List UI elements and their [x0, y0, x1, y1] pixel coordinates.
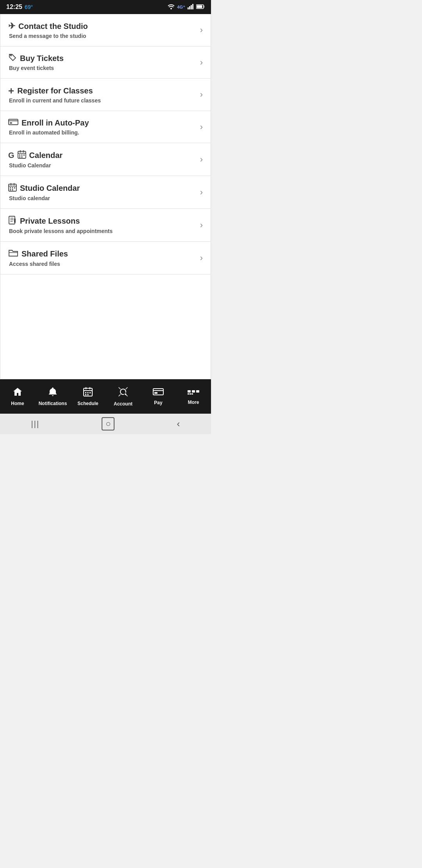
schedule-icon — [83, 387, 93, 399]
pay-icon — [153, 387, 164, 398]
svg-rect-8 — [10, 122, 12, 124]
chevron-right-icon: › — [200, 220, 203, 230]
menu-item-contact-studio[interactable]: ✈ Contact the Studio Send a message to t… — [0, 14, 211, 47]
nav-item-account[interactable]: Account — [106, 382, 141, 411]
chevron-right-icon: › — [200, 90, 203, 100]
svg-rect-33 — [192, 390, 195, 393]
nav-item-home[interactable]: Home — [0, 383, 35, 410]
nav-item-notifications[interactable]: Notifications — [35, 383, 70, 410]
studio-calendar-icon — [8, 183, 17, 194]
svg-rect-16 — [10, 187, 11, 188]
menu-item-shared-files[interactable]: Shared Files Access shared files › — [0, 242, 211, 274]
menu-item-left: Buy Tickets Buy event tickets — [8, 54, 200, 71]
google-calendar-icon: G — [8, 151, 14, 160]
menu-item-left: Shared Files Access shared files — [8, 249, 200, 267]
menu-item-private-lessons[interactable]: Private Lessons Book private lessons and… — [0, 209, 211, 242]
recent-apps-button[interactable]: ||| — [31, 420, 40, 429]
nav-label-pay: Pay — [154, 400, 162, 405]
signal-icon — [188, 4, 194, 11]
plus-icon: + — [8, 86, 14, 96]
chevron-right-icon: › — [200, 187, 203, 197]
menu-item-left: Studio Calendar Studio calendar — [8, 183, 200, 201]
home-button[interactable]: ○ — [102, 417, 114, 430]
nav-label-account: Account — [114, 401, 132, 407]
account-icon — [118, 386, 129, 400]
chevron-right-icon: › — [200, 57, 203, 68]
svg-rect-11 — [21, 154, 22, 156]
menu-item-title: Private Lessons — [8, 216, 200, 226]
menu-item-subtitle: Studio Calendar — [9, 162, 200, 169]
nav-item-schedule[interactable]: Schedule — [70, 383, 106, 410]
nav-label-home: Home — [11, 401, 24, 406]
menu-item-left: + Register for Classes Enroll in current… — [8, 86, 200, 104]
menu-item-subtitle: Studio calendar — [9, 195, 200, 201]
menu-item-title: + Register for Classes — [8, 86, 200, 96]
chevron-right-icon: › — [200, 154, 203, 165]
bottom-navigation: Home Notifications Schedule — [0, 379, 211, 414]
menu-item-calendar[interactable]: G Calendar Studio Calendar — [0, 143, 211, 176]
calendar-small-icon — [18, 150, 26, 161]
chevron-right-icon: › — [200, 25, 203, 35]
4g-icon: 4G⁺ — [177, 5, 185, 10]
menu-item-subtitle: Enroll in current and future classes — [9, 97, 200, 104]
menu-item-register-classes[interactable]: + Register for Classes Enroll in current… — [0, 79, 211, 111]
svg-rect-19 — [10, 189, 11, 190]
system-navigation-bar: ||| ○ ‹ — [0, 414, 211, 434]
svg-point-0 — [170, 8, 172, 9]
nav-label-schedule: Schedule — [77, 401, 98, 406]
status-time: 12:25 — [6, 4, 22, 11]
menu-item-studio-calendar[interactable]: Studio Calendar Studio calendar › — [0, 176, 211, 209]
battery-icon — [196, 4, 205, 10]
svg-rect-26 — [85, 394, 86, 395]
svg-rect-37 — [191, 393, 193, 395]
menu-item-subtitle: Send a message to the studio — [9, 33, 200, 39]
svg-rect-23 — [85, 392, 86, 393]
svg-rect-36 — [190, 393, 191, 395]
menu-item-left: G Calendar Studio Calendar — [8, 150, 200, 169]
svg-rect-34 — [196, 390, 199, 393]
menu-item-title: ✈ Contact the Studio — [8, 21, 200, 31]
svg-rect-21 — [9, 216, 15, 224]
svg-rect-25 — [89, 392, 91, 393]
notifications-icon — [48, 387, 58, 399]
menu-item-title: Studio Calendar — [8, 183, 200, 194]
menu-item-title: G Calendar — [8, 150, 200, 161]
menu-item-subtitle: Enroll in automated billing. — [9, 129, 200, 136]
more-icon — [188, 388, 199, 398]
wifi-icon — [168, 4, 175, 11]
nav-label-notifications: Notifications — [39, 401, 67, 406]
svg-rect-30 — [153, 389, 163, 395]
menu-item-subtitle: Book private lessons and appointments — [9, 228, 200, 234]
lessons-icon — [8, 216, 17, 226]
svg-rect-31 — [154, 392, 157, 394]
nav-label-more: More — [188, 400, 199, 405]
tag-icon — [8, 54, 17, 63]
svg-rect-35 — [188, 393, 189, 395]
svg-rect-4 — [192, 4, 193, 9]
main-content: ✈ Contact the Studio Send a message to t… — [0, 14, 211, 379]
svg-rect-13 — [19, 156, 20, 158]
svg-rect-27 — [88, 394, 89, 395]
menu-item-title: Shared Files — [8, 249, 200, 259]
chevron-right-icon: › — [200, 253, 203, 263]
folder-icon — [8, 249, 18, 259]
svg-rect-2 — [189, 6, 190, 9]
menu-item-subtitle: Buy event tickets — [9, 65, 200, 71]
svg-rect-24 — [88, 392, 89, 393]
menu-item-title: Enroll in Auto-Pay — [8, 118, 200, 128]
svg-rect-3 — [191, 5, 192, 9]
svg-rect-6 — [197, 5, 202, 8]
menu-item-left: Enroll in Auto-Pay Enroll in automated b… — [8, 118, 200, 136]
svg-rect-32 — [188, 390, 191, 393]
svg-rect-10 — [19, 154, 20, 156]
menu-item-autopay[interactable]: Enroll in Auto-Pay Enroll in automated b… — [0, 111, 211, 143]
menu-item-subtitle: Access shared files — [9, 261, 200, 267]
nav-item-pay[interactable]: Pay — [141, 384, 176, 409]
menu-item-left: Private Lessons Book private lessons and… — [8, 216, 200, 234]
nav-item-more[interactable]: More — [176, 384, 211, 409]
menu-item-buy-tickets[interactable]: Buy Tickets Buy event tickets › — [0, 47, 211, 79]
svg-rect-14 — [21, 156, 22, 158]
chevron-right-icon: › — [200, 122, 203, 132]
back-button[interactable]: ‹ — [177, 418, 180, 429]
status-bar: 12:25 69° 4G⁺ — [0, 0, 211, 14]
